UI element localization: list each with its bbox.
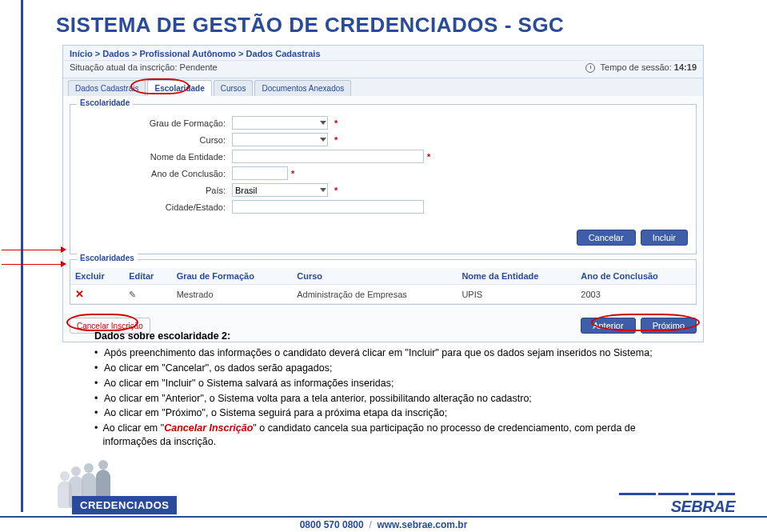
cancel-inscription-highlight: Cancelar Inscrição [164,422,253,434]
include-button[interactable]: Incluir [641,230,688,246]
required-mark: * [334,135,338,145]
required-mark: * [334,118,338,128]
table-section-title: Escolaridades [77,254,138,262]
bullet-text: Ao clicar em "Cancelar Inscrição" o cand… [103,422,671,449]
status-value: Pendente [180,62,218,72]
footer-phone: 0800 570 0800 [300,519,364,530]
blue-corner-decoration [0,0,29,532]
col-grau: Grau de Formação [172,268,293,285]
sebrae-wordmark: SEBRAE [619,498,735,516]
app-panel: Início > Dados > Profissional Autônomo >… [62,45,704,342]
breadcrumb-current: Dados Cadastrais [246,49,321,58]
clock-icon [585,63,595,73]
edit-icon[interactable] [129,290,138,299]
session-value: 14:19 [674,62,697,72]
cidade-input[interactable] [232,200,424,214]
pais-select[interactable] [232,183,328,197]
cell-ano: 2003 [576,285,696,304]
bullet-text: Após preenchimento das informações o can… [104,346,653,360]
required-mark: * [427,152,430,162]
tabs: Dados Cadastrais Escolaridade Cursos Doc… [63,78,703,96]
logo-bars-icon [619,493,735,495]
entidade-input[interactable] [232,150,424,163]
cidade-label: Cidade/Estado: [80,202,232,212]
chevron-down-icon [320,121,326,125]
tab-documentos[interactable]: Documentos Anexados [254,80,351,96]
chevron-down-icon [320,138,326,142]
col-entidade: Nome da Entidade [457,268,576,285]
breadcrumb-item[interactable]: Profissional Autônomo [139,49,236,58]
grau-formacao-label: Grau de Formação: [80,118,232,128]
footer-contact: 0800 570 0800 / www.sebrae.com.br [0,518,767,532]
sebrae-logo: SEBRAE [619,493,735,516]
col-ano: Ano de Conclusão [576,268,696,285]
tab-dados-cadastrais[interactable]: Dados Cadastrais [68,80,146,96]
bullet-text: Ao clicar em "Incluir" o Sistema salvará… [104,377,393,390]
bullet-text: Ao clicar em "Anterior", o Sistema volta… [104,392,532,406]
form-escolaridade: Escolaridade Grau de Formação: * Curso: … [70,104,697,254]
col-curso: Curso [292,268,457,285]
footer-url: www.sebrae.com.br [377,519,467,530]
curso-select[interactable] [232,133,328,146]
bullet-text: Ao clicar em "Cancelar", os dados serão … [104,362,332,375]
cancel-button[interactable]: Cancelar [577,230,636,246]
pais-label: País: [80,186,232,195]
page-title: SISTEMA DE GESTÃO DE CREDENCIADOS - SGC [56,13,564,38]
session-label: Tempo de sessão: [601,62,672,72]
status-label: Situação atual da inscrição: [70,62,178,72]
curso-label: Curso: [80,135,232,145]
description-heading: Dados sobre escolaridade 2: [94,330,670,343]
chevron-down-icon [320,188,326,192]
grau-formacao-select[interactable] [232,116,328,130]
description-block: Dados sobre escolaridade 2: •Após preenc… [94,330,670,450]
required-mark: * [291,169,294,178]
arrow-right-icon [61,261,66,267]
cell-curso: Administração de Empresas [292,285,457,304]
ano-label: Ano de Conclusão: [80,169,232,178]
breadcrumb: Início > Dados > Profissional Autônomo >… [63,46,703,61]
table-row: ✕ Mestrado Administração de Empresas UPI… [70,285,696,304]
entidade-label: Nome da Entidade: [80,152,232,162]
credenciados-label: CREDENCIADOS [72,496,177,514]
arrow-right-icon [61,246,66,253]
bullet-text: Ao clicar em "Próximo", o Sistema seguir… [104,406,447,420]
status-row: Situação atual da inscrição: Pendente Te… [63,61,703,78]
col-editar: Editar [124,268,172,285]
ano-input[interactable] [232,166,288,180]
tab-escolaridade[interactable]: Escolaridade [147,80,211,96]
escolaridades-table-section: Escolaridades Excluir Editar Grau de For… [70,259,697,305]
section-title: Escolaridade [77,98,133,107]
delete-icon[interactable]: ✕ [75,288,84,300]
escolaridades-table: Excluir Editar Grau de Formação Curso No… [70,268,696,304]
breadcrumb-item[interactable]: Dados [102,49,130,58]
tab-cursos[interactable]: Cursos [214,80,254,96]
footer-separator: / [369,519,371,530]
annotation-arrow [2,264,61,265]
required-mark: * [334,186,338,195]
cell-entidade: UPIS [457,285,576,304]
cell-grau: Mestrado [172,285,293,304]
annotation-arrow [2,250,61,250]
breadcrumb-item[interactable]: Início [70,49,93,58]
col-excluir: Excluir [70,268,124,285]
